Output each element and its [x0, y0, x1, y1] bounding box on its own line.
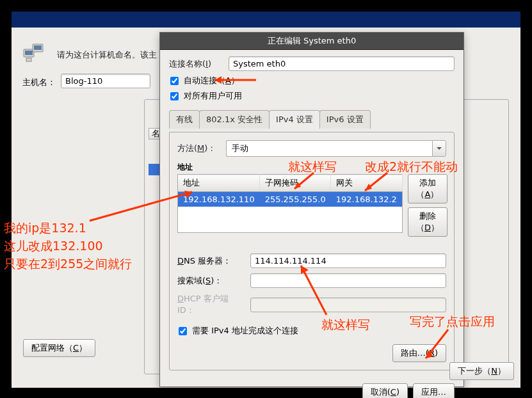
require-ipv4-checkbox[interactable]: 需要 IPv4 地址完成这个连接 — [179, 325, 446, 337]
col-gateway[interactable]: 网关 — [331, 175, 403, 192]
configure-network-button[interactable]: 配置网络（C） — [23, 339, 95, 357]
routes-button[interactable]: 路由…(R) — [392, 344, 446, 362]
chevron-down-icon[interactable] — [432, 140, 446, 157]
hostname-input[interactable] — [61, 74, 150, 88]
col-address[interactable]: 地址 — [178, 175, 260, 192]
addresses-section: 地址 地址 子网掩码 网关 192.168.132.110 — [177, 162, 446, 237]
cfg-net-mnemonic: C — [73, 343, 79, 353]
search-domain-row: 搜索域(S) : — [177, 273, 446, 288]
dns-row: DNS 服务器： — [177, 253, 446, 268]
empty-row — [178, 207, 403, 232]
cell-netmask[interactable]: 255.255.255.0 — [260, 192, 331, 207]
tab-ipv4[interactable]: IPv4 设置 — [269, 110, 320, 129]
top-darkbar — [12, 12, 520, 28]
dialog-title: 正在编辑 System eth0 — [160, 33, 463, 50]
next-step-button[interactable]: 下一步（N） — [449, 362, 514, 380]
ipv4-tab-content: 方法(M) : 手动 地址 地址 子网掩码 网关 — [169, 132, 455, 370]
all-users-checkbox[interactable]: 对所有用户可用 — [170, 90, 455, 102]
svg-rect-4 — [26, 58, 31, 61]
require-ipv4-input[interactable] — [179, 327, 187, 335]
method-label: 方法(M) : — [177, 143, 221, 154]
cfg-net-text1: 配置网络（ — [31, 343, 73, 353]
connection-name-label: 连接名称(I) — [169, 58, 223, 70]
auto-connect-input[interactable] — [170, 77, 179, 85]
cfg-net-text2: ） — [79, 343, 87, 353]
address-buttons: 添加（A） 删除（D） — [408, 174, 447, 237]
all-users-input[interactable] — [170, 92, 179, 100]
addresses-table[interactable]: 地址 子网掩码 网关 192.168.132.110 255.255.255.0… — [177, 174, 403, 233]
auto-connect-label: 自动连接（A） — [184, 75, 239, 86]
tab-ipv6[interactable]: IPv6 设置 — [319, 110, 371, 129]
addresses-table-wrap: 地址 子网掩码 网关 192.168.132.110 255.255.255.0… — [177, 174, 403, 237]
svg-rect-3 — [34, 45, 42, 50]
dialog-footer: 取消(C) 应用… — [160, 377, 463, 398]
svg-rect-1 — [25, 51, 33, 55]
delete-button[interactable]: 删除（D） — [408, 207, 447, 237]
tab-8021x[interactable]: 802.1x 安全性 — [199, 110, 270, 129]
all-users-label: 对所有用户可用 — [184, 90, 242, 102]
addresses-title: 地址 — [177, 162, 446, 173]
dhcp-label: DHCP 客户端 ID： — [177, 293, 246, 316]
connection-name-row: 连接名称(I) — [169, 56, 455, 71]
dialog-body: 连接名称(I) 自动连接（A） 对所有用户可用 有线 802.1x 安全性 IP… — [160, 50, 463, 377]
dns-input[interactable] — [250, 253, 446, 268]
apply-button[interactable]: 应用… — [413, 383, 455, 398]
connection-name-input[interactable] — [229, 56, 455, 71]
method-combo[interactable]: 手动 — [226, 140, 446, 157]
method-row: 方法(M) : 手动 — [177, 140, 446, 157]
tab-bar: 有线 802.1x 安全性 IPv4 设置 IPv6 设置 — [169, 109, 455, 128]
cancel-button[interactable]: 取消(C) — [362, 383, 408, 398]
search-domain-input[interactable] — [250, 273, 446, 288]
host-label: 主机名： — [22, 77, 56, 88]
search-domain-label: 搜索域(S) : — [177, 275, 246, 287]
dhcp-client-input — [250, 298, 446, 312]
cell-gateway[interactable]: 192.168.132.2 — [331, 192, 403, 207]
host-description: 请为这台计算机命名。该主 — [57, 49, 157, 61]
add-button[interactable]: 添加（A） — [408, 174, 447, 203]
auto-connect-checkbox[interactable]: 自动连接（A） — [170, 75, 455, 86]
table-row[interactable]: 192.168.132.110 255.255.255.0 192.168.13… — [178, 192, 403, 207]
method-value: 手动 — [226, 140, 432, 157]
col-netmask[interactable]: 子网掩码 — [260, 175, 331, 192]
tab-wired[interactable]: 有线 — [169, 110, 200, 129]
edit-connection-dialog: 正在编辑 System eth0 连接名称(I) 自动连接（A） 对所有用户可用… — [159, 32, 464, 387]
computer-icon — [22, 42, 45, 65]
cell-address[interactable]: 192.168.132.110 — [178, 192, 260, 207]
dns-label: DNS 服务器： — [177, 255, 246, 267]
require-ipv4-label: 需要 IPv4 地址完成这个连接 — [192, 325, 298, 337]
dhcp-client-row: DHCP 客户端 ID： — [177, 293, 446, 316]
